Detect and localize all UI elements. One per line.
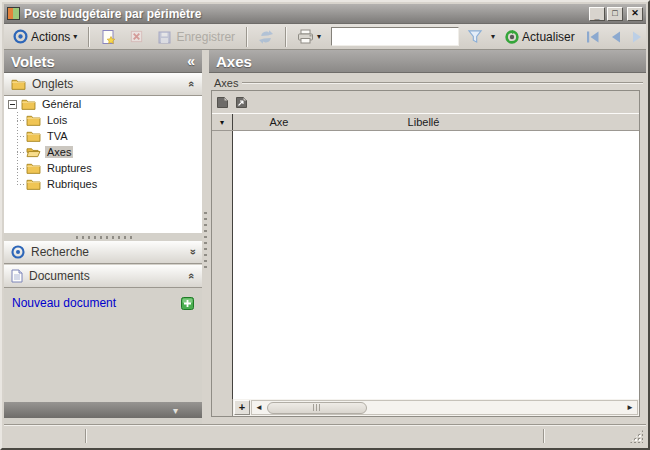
tree-node-label[interactable]: Ruptures (45, 162, 94, 174)
grid-toolbar (212, 91, 639, 114)
chevron-down-icon: ▾ (73, 33, 77, 41)
close-button[interactable]: ✕ (627, 7, 643, 21)
folder-icon (26, 162, 41, 174)
collapse-expander-icon[interactable] (8, 100, 17, 109)
tree-node-label[interactable]: TVA (45, 130, 70, 142)
pin-column-arrow-icon[interactable] (235, 96, 248, 109)
bullseye-icon (13, 29, 28, 44)
row-indicator-column (212, 131, 233, 399)
refresh-button[interactable] (253, 26, 279, 48)
splitter-grip (76, 236, 132, 239)
documents-label: Documents (29, 269, 90, 283)
recherche-label: Recherche (31, 245, 89, 259)
new-document-row: Nouveau document (4, 293, 202, 313)
add-document-icon[interactable] (181, 297, 194, 310)
axes-grid: ▾ Axe Libellé + ◄ ► (211, 90, 640, 417)
previous-record-icon (609, 31, 622, 43)
actions-button[interactable]: Actions ▾ (8, 26, 82, 47)
grid-filter-button[interactable]: ▾ (212, 114, 233, 130)
pin-column-icon[interactable] (216, 96, 229, 109)
chevron-double-up-icon[interactable]: « (186, 273, 198, 279)
column-header-libelle[interactable]: Libellé (325, 114, 522, 130)
tree-node-lois[interactable]: Lois (4, 112, 202, 128)
grid-filter-arrow-icon: ▾ (220, 118, 224, 127)
tree-node-axes-selected[interactable]: Axes (4, 144, 202, 160)
volets-header[interactable]: Volets « (4, 50, 202, 73)
first-record-icon (586, 31, 600, 43)
collapse-panel-icon[interactable]: « (187, 53, 195, 69)
status-left (4, 426, 16, 446)
folder-icon (26, 114, 41, 126)
chevron-down-icon: ▾ (173, 405, 178, 416)
horizontal-splitter[interactable] (4, 233, 202, 241)
chevron-double-up-icon[interactable]: « (186, 81, 198, 87)
actualiser-label: Actualiser (522, 30, 575, 44)
horizontal-scrollbar[interactable]: ◄ ► (251, 400, 638, 415)
chevron-double-down-icon[interactable]: « (186, 249, 198, 255)
tree-node-label[interactable]: Axes (45, 146, 73, 158)
nav-previous-button[interactable] (606, 29, 625, 45)
tree-node-tva[interactable]: TVA (4, 128, 202, 144)
grid-bottom-bar: + ◄ ► (212, 399, 639, 416)
splitter-grip (204, 210, 207, 268)
tree-node-label[interactable]: Général (40, 98, 83, 110)
filter-dropdown-icon[interactable]: ▾ (491, 33, 495, 41)
delete-button[interactable] (124, 26, 149, 47)
tree-node-ruptures[interactable]: Ruptures (4, 160, 202, 176)
add-row-button[interactable]: + (234, 400, 250, 415)
main-panel: Axes Axes ▾ Axe Libellé (209, 50, 646, 425)
document-icon (11, 269, 23, 283)
nav-next-button[interactable] (628, 29, 647, 45)
scroll-right-icon[interactable]: ► (623, 401, 637, 414)
nav-first-button[interactable] (583, 29, 603, 45)
new-item-button[interactable] (95, 26, 121, 48)
folder-icon (26, 178, 41, 190)
tree-node-label[interactable]: Lois (45, 114, 69, 126)
search-input[interactable] (331, 27, 459, 46)
resize-grip[interactable] (630, 430, 643, 443)
scroll-left-icon[interactable]: ◄ (252, 401, 266, 414)
section-onglets[interactable]: Onglets « (4, 73, 202, 96)
section-recherche[interactable]: Recherche « (4, 241, 202, 264)
toolbar-separator (246, 27, 247, 47)
status-center (86, 426, 98, 446)
grid-body[interactable] (212, 131, 639, 399)
groupbox-label: Axes (214, 77, 242, 89)
scrollbar-thumb[interactable] (267, 402, 367, 414)
sidebar-footer[interactable]: ▾ (4, 402, 202, 418)
save-button[interactable]: Enregistrer (152, 26, 240, 48)
filter-icon (467, 29, 483, 44)
folder-icon (21, 98, 36, 110)
window-title: Poste budgétaire par périmètre (24, 7, 589, 21)
volets-title: Volets (11, 53, 55, 70)
actualiser-icon (505, 30, 519, 44)
new-document-link[interactable]: Nouveau document (12, 296, 116, 310)
app-icon (7, 7, 20, 20)
chevron-down-icon: ▾ (317, 33, 321, 41)
folder-icon (11, 78, 26, 90)
open-folder-icon (26, 146, 41, 158)
section-documents[interactable]: Documents « (4, 265, 202, 288)
status-right (544, 426, 556, 446)
title-bar[interactable]: Poste budgétaire par périmètre _ □ ✕ (4, 4, 646, 24)
vertical-splitter[interactable] (202, 50, 209, 425)
onglets-label: Onglets (32, 77, 73, 91)
next-record-icon (631, 31, 644, 43)
actualiser-button[interactable]: Actualiser (498, 27, 580, 47)
delete-icon (129, 29, 144, 44)
column-header-axe[interactable]: Axe (233, 114, 325, 130)
new-document-icon (100, 29, 116, 45)
filter-button[interactable] (462, 26, 488, 47)
minimize-button[interactable]: _ (589, 7, 605, 21)
tree-node-label[interactable]: Rubriques (45, 178, 99, 190)
maximize-button[interactable]: □ (607, 7, 623, 21)
folder-icon (26, 130, 41, 142)
print-button[interactable]: ▾ (292, 26, 326, 47)
refresh-icon (258, 29, 274, 45)
save-icon (157, 29, 173, 45)
axes-header: Axes (209, 50, 646, 73)
tree-node-general[interactable]: Général (4, 96, 202, 112)
tree-children: Lois TVA Axes (4, 112, 202, 192)
printer-icon (297, 29, 314, 44)
tree-node-rubriques[interactable]: Rubriques (4, 176, 202, 192)
